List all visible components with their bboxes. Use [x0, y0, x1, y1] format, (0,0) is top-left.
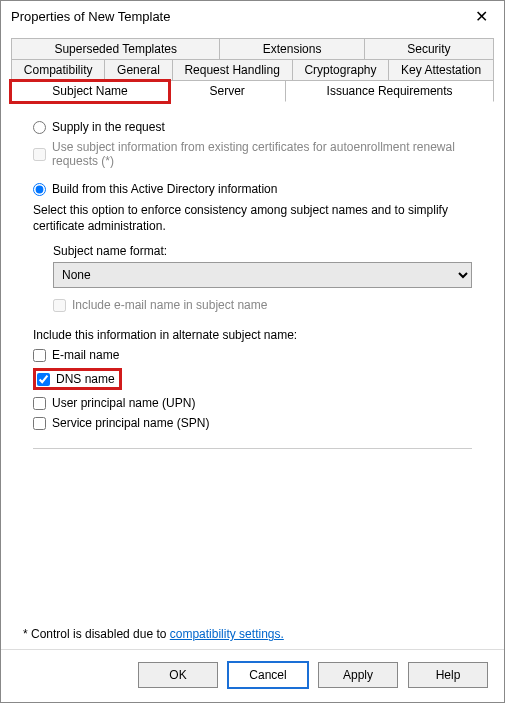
dialog-window: Properties of New Template ✕ Superseded … — [0, 0, 505, 703]
tab-issuance-requirements[interactable]: Issuance Requirements — [286, 81, 494, 102]
tab-subject-name[interactable]: Subject Name — [11, 81, 169, 102]
tab-general[interactable]: General — [105, 60, 172, 81]
footer-note-prefix: * Control is disabled due to — [23, 627, 170, 641]
alt-name-label: Include this information in alternate su… — [33, 328, 472, 342]
build-section: Build from this Active Directory informa… — [33, 182, 472, 430]
build-description: Select this option to enforce consistenc… — [33, 202, 472, 234]
footer-note: * Control is disabled due to compatibili… — [1, 619, 504, 649]
help-button[interactable]: Help — [408, 662, 488, 688]
chk-alt-spn-input[interactable] — [33, 417, 46, 430]
radio-build[interactable]: Build from this Active Directory informa… — [33, 182, 472, 196]
radio-supply-label: Supply in the request — [52, 120, 165, 134]
chk-alt-dns[interactable]: DNS name — [33, 368, 122, 390]
supply-section: Supply in the request Use subject inform… — [33, 120, 472, 168]
chk-include-email-subject: Include e-mail name in subject name — [53, 298, 472, 312]
button-bar: OK Cancel Apply Help — [1, 649, 504, 702]
chk-use-existing: Use subject information from existing ce… — [33, 140, 472, 168]
apply-button[interactable]: Apply — [318, 662, 398, 688]
tabs: Superseded Templates Extensions Security… — [1, 32, 504, 102]
chk-alt-spn[interactable]: Service principal name (SPN) — [33, 416, 472, 430]
radio-supply[interactable]: Supply in the request — [33, 120, 472, 134]
chk-alt-dns-label: DNS name — [56, 372, 115, 386]
chk-alt-upn-label: User principal name (UPN) — [52, 396, 195, 410]
chk-alt-dns-input[interactable] — [37, 373, 50, 386]
chk-alt-email[interactable]: E-mail name — [33, 348, 472, 362]
tab-key-attestation[interactable]: Key Attestation — [389, 60, 494, 81]
subject-name-format-select[interactable]: None — [53, 262, 472, 288]
titlebar: Properties of New Template ✕ — [1, 1, 504, 32]
ok-button[interactable]: OK — [138, 662, 218, 688]
chk-use-existing-input — [33, 148, 46, 161]
tab-request-handling[interactable]: Request Handling — [173, 60, 293, 81]
format-label: Subject name format: — [53, 244, 472, 258]
chk-include-email-subject-label: Include e-mail name in subject name — [72, 298, 267, 312]
chk-alt-email-input[interactable] — [33, 349, 46, 362]
chk-use-existing-label: Use subject information from existing ce… — [52, 140, 472, 168]
tab-security[interactable]: Security — [365, 38, 494, 60]
tab-content: Supply in the request Use subject inform… — [11, 101, 494, 619]
chk-alt-spn-label: Service principal name (SPN) — [52, 416, 209, 430]
cancel-button[interactable]: Cancel — [228, 662, 308, 688]
chk-alt-email-label: E-mail name — [52, 348, 119, 362]
tab-extensions[interactable]: Extensions — [220, 38, 365, 60]
radio-build-input[interactable] — [33, 183, 46, 196]
chk-include-email-subject-input — [53, 299, 66, 312]
chk-alt-upn-input[interactable] — [33, 397, 46, 410]
tab-cryptography[interactable]: Cryptography — [293, 60, 390, 81]
radio-build-label: Build from this Active Directory informa… — [52, 182, 277, 196]
tab-superseded-templates[interactable]: Superseded Templates — [11, 38, 220, 60]
divider — [33, 448, 472, 449]
tab-server[interactable]: Server — [169, 81, 286, 102]
close-icon[interactable]: ✕ — [469, 7, 494, 26]
tab-compatibility[interactable]: Compatibility — [11, 60, 105, 81]
radio-supply-input[interactable] — [33, 121, 46, 134]
window-title: Properties of New Template — [11, 9, 170, 24]
compatibility-settings-link[interactable]: compatibility settings. — [170, 627, 284, 641]
chk-alt-upn[interactable]: User principal name (UPN) — [33, 396, 472, 410]
